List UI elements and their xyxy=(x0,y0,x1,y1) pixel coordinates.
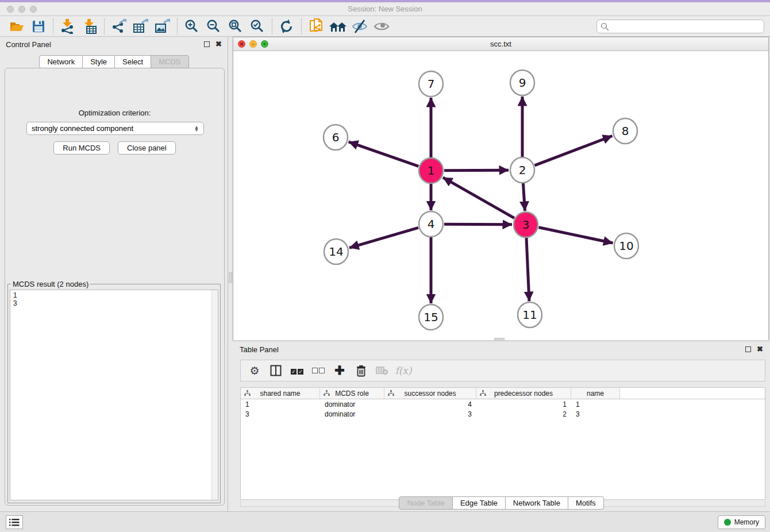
select-all-button[interactable]: ✓✓ xyxy=(289,363,305,379)
network-window-titlebar[interactable]: ✕ − + scc.txt xyxy=(233,37,768,51)
plus-icon: ✚ xyxy=(334,364,345,377)
graph-edge-1-2[interactable] xyxy=(444,170,509,171)
copy-network-view-button[interactable] xyxy=(305,17,327,36)
svg-text:11: 11 xyxy=(522,308,537,322)
result-scrollbar[interactable] xyxy=(211,290,218,500)
float-panel-icon[interactable] xyxy=(204,41,210,47)
graph-node-15[interactable]: 15 xyxy=(419,304,443,330)
graph-edge-2-3[interactable] xyxy=(523,183,525,211)
session-title: Session: New Session xyxy=(348,3,422,13)
graph-edge-4-3[interactable] xyxy=(444,224,512,225)
tab-node-table[interactable]: Node Table xyxy=(399,496,453,510)
close-panel-button[interactable]: Close panel xyxy=(118,141,176,155)
show-graphics-details-button[interactable] xyxy=(371,17,392,36)
function-builder-button[interactable]: f(x) xyxy=(395,363,411,379)
graph-node-2[interactable]: 2 xyxy=(510,157,534,183)
zoom-fit-button[interactable] xyxy=(225,17,247,36)
cell-shared-name: 3 xyxy=(241,410,320,418)
mcds-result-title: MCDS result (2 nodes) xyxy=(11,280,90,288)
memory-button[interactable]: Memory xyxy=(718,515,765,529)
toolbar-separator xyxy=(53,18,53,34)
tab-motifs[interactable]: Motifs xyxy=(568,496,604,510)
delete-column-button[interactable] xyxy=(353,363,369,379)
export-table-button[interactable] xyxy=(130,17,152,36)
criterion-select[interactable]: strongly connected component ▲▼ xyxy=(26,122,204,135)
graph-edge-2-8[interactable] xyxy=(535,136,613,165)
minimize-window-button[interactable] xyxy=(18,6,25,13)
graph-edge-3-10[interactable] xyxy=(539,228,613,243)
home-button[interactable] xyxy=(327,17,349,36)
column-name[interactable]: name xyxy=(571,388,620,399)
tab-network[interactable]: Network xyxy=(39,55,83,68)
run-mcds-button[interactable]: Run MCDS xyxy=(53,141,110,155)
maximize-window-button[interactable] xyxy=(30,6,37,13)
graph-node-8[interactable]: 8 xyxy=(613,118,637,144)
close-table-panel-icon[interactable]: ✖ xyxy=(757,346,763,352)
open-session-button[interactable] xyxy=(6,17,28,36)
save-session-button[interactable] xyxy=(28,17,49,36)
cell-successor-nodes: 3 xyxy=(384,410,476,418)
graph-edge-3-11[interactable] xyxy=(526,238,529,301)
graph-node-1[interactable]: 1 xyxy=(419,158,443,183)
graph-node-14[interactable]: 14 xyxy=(324,239,348,264)
tab-network-table[interactable]: Network Table xyxy=(506,496,568,510)
float-table-panel-icon[interactable] xyxy=(745,346,751,352)
show-columns-button[interactable] xyxy=(268,363,284,379)
control-panel: Control Panel ✖ Network Style Select MCD… xyxy=(0,37,228,511)
graph-node-9[interactable]: 9 xyxy=(510,70,534,95)
import-network-button[interactable] xyxy=(57,17,79,36)
network-canvas[interactable]: 7968124314101511 xyxy=(233,51,768,340)
graph-edge-4-14[interactable] xyxy=(349,228,418,248)
tab-mcds[interactable]: MCDS xyxy=(151,55,188,68)
trash-icon xyxy=(356,365,367,377)
task-history-button[interactable] xyxy=(6,515,23,529)
zoom-selected-button[interactable] xyxy=(247,17,268,36)
graph-node-3[interactable]: 3 xyxy=(514,212,538,237)
zoom-in-button[interactable] xyxy=(181,17,203,36)
tab-style[interactable]: Style xyxy=(83,55,115,68)
graph-node-4[interactable]: 4 xyxy=(419,211,443,237)
graph-node-6[interactable]: 6 xyxy=(324,125,348,150)
column-predecessor-nodes[interactable]: predecessor nodes xyxy=(476,388,571,399)
close-panel-icon[interactable]: ✖ xyxy=(215,41,222,47)
deselect-all-button[interactable] xyxy=(310,363,326,379)
import-table-button[interactable] xyxy=(79,17,101,36)
network-minimize-button[interactable]: − xyxy=(249,40,257,48)
hide-graphics-details-button[interactable] xyxy=(349,17,371,36)
add-column-button[interactable]: ✚ xyxy=(332,363,348,379)
tab-select[interactable]: Select xyxy=(115,55,151,68)
network-window-title: scc.txt xyxy=(490,40,511,48)
cell-predecessor-nodes: 2 xyxy=(476,410,571,418)
graph-edge-1-6[interactable] xyxy=(349,142,419,166)
refresh-view-button[interactable] xyxy=(276,17,298,36)
splitter-grip[interactable] xyxy=(229,272,232,283)
zoom-out-button[interactable] xyxy=(203,17,225,36)
memory-status-icon xyxy=(724,519,731,526)
export-network-button[interactable] xyxy=(108,17,130,36)
table-settings-button[interactable]: ⚙ xyxy=(247,363,263,379)
table-row[interactable]: 1 dominator 4 1 1 xyxy=(241,399,765,409)
graph-node-11[interactable]: 11 xyxy=(518,302,542,327)
graph-node-7[interactable]: 7 xyxy=(419,71,443,97)
gear-icon: ⚙ xyxy=(249,364,259,377)
column-successor-nodes[interactable]: successor nodes xyxy=(384,388,476,399)
network-close-button[interactable]: ✕ xyxy=(238,40,245,48)
network-maximize-button[interactable]: + xyxy=(261,40,268,48)
delete-table-button[interactable] xyxy=(374,363,390,379)
search-box[interactable] xyxy=(596,20,764,33)
graph-edge-3-1[interactable] xyxy=(443,178,514,218)
table-row[interactable]: 3 dominator 3 2 3 xyxy=(241,409,765,419)
export-image-button[interactable] xyxy=(152,17,174,36)
tab-edge-table[interactable]: Edge Table xyxy=(453,496,506,510)
export-image-icon xyxy=(155,19,171,34)
horizontal-splitter-grip[interactable] xyxy=(494,338,505,341)
search-input[interactable] xyxy=(609,22,760,30)
criterion-value: strongly connected component xyxy=(32,124,194,133)
graph-node-10[interactable]: 10 xyxy=(614,233,638,259)
svg-text:1: 1 xyxy=(428,164,435,178)
column-shared-name[interactable]: shared name xyxy=(241,388,320,399)
mcds-result-textarea[interactable]: 1 3 xyxy=(10,290,218,500)
close-window-button[interactable] xyxy=(7,6,14,13)
column-mcds-role[interactable]: MCDS role xyxy=(320,388,384,399)
vertical-splitter[interactable] xyxy=(228,37,233,511)
